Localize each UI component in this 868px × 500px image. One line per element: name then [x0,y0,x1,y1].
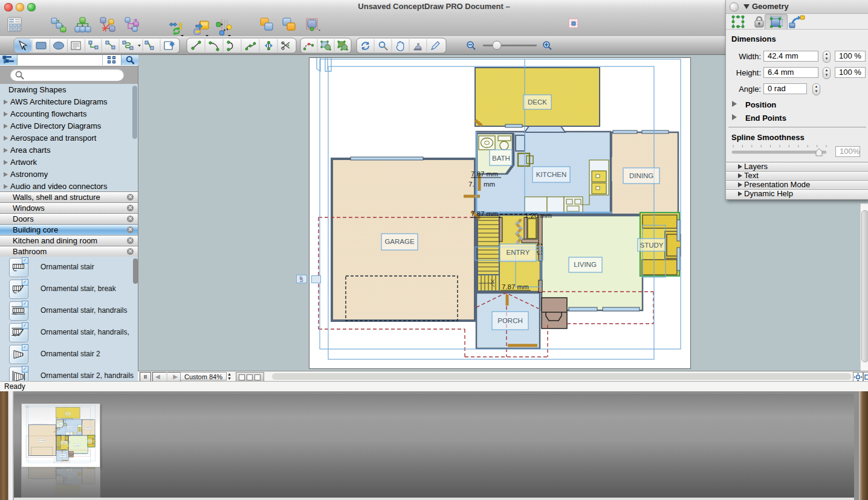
svg-text:BATH: BATH [492,155,510,162]
svg-text:7.87 mm: 7.87 mm [471,170,498,178]
svg-text:DINING: DINING [629,172,653,179]
svg-text:1.20 mm: 1.20 mm [525,212,552,219]
svg-text:STUDY: STUDY [640,242,664,249]
svg-text:GARAGE: GARAGE [384,238,415,245]
svg-text:7.: 7. [468,181,474,188]
svg-text:KITCHEN: KITCHEN [536,171,566,178]
svg-text:ENTRY: ENTRY [507,249,530,256]
svg-text:LIVING: LIVING [574,261,597,268]
svg-text:DECK: DECK [528,98,547,106]
svg-text:7.87 mm: 7.87 mm [502,283,529,290]
svg-text:mm: mm [484,181,495,188]
svg-text:PORCH: PORCH [497,317,523,324]
svg-text:7.87 mm: 7.87 mm [471,210,498,217]
